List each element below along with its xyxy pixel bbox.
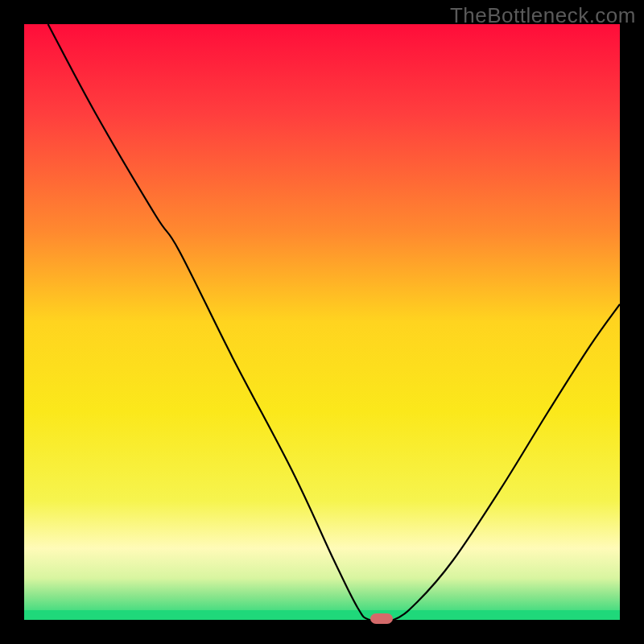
watermark-text: TheBottleneck.com	[450, 3, 636, 28]
chart-svg	[0, 0, 644, 644]
plot-baseline	[24, 610, 620, 620]
plot-background	[24, 24, 620, 620]
bottleneck-chart: TheBottleneck.com	[0, 0, 644, 644]
optimal-marker	[370, 613, 393, 624]
